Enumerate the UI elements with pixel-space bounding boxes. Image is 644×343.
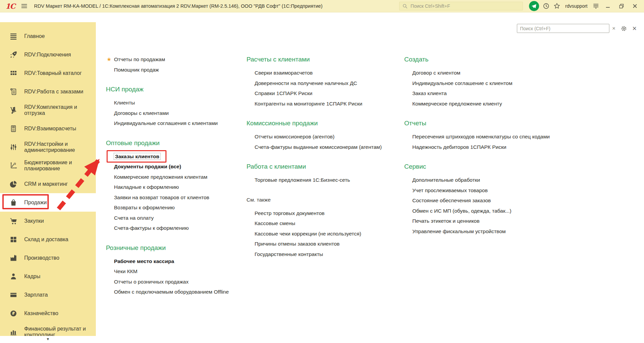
menu-item[interactable]: Договоры с клиентами xyxy=(106,108,247,119)
menu-item[interactable]: Пересечения штрихкодов номенклатуры со с… xyxy=(404,132,579,142)
menu-item[interactable]: Индивидуальные соглашения с клиентами xyxy=(106,118,247,129)
menu-item[interactable]: Помощник продаж xyxy=(106,65,247,75)
sidebar-top-gap xyxy=(0,12,96,22)
menu-item[interactable]: Контрагенты на мониторинге 1СПАРК Риски xyxy=(247,99,401,109)
menu-item[interactable]: Обмен с ИС МП (обувь, одежда, табак...) xyxy=(404,206,579,216)
menu-item-label: Доверенности на получение наличных ДС xyxy=(255,80,357,86)
sidebar: ГлавноеRDV:ПодключенияRDV:Товарный катал… xyxy=(0,12,96,343)
menu-item[interactable]: Надежность дебиторов 1СПАРК Риски xyxy=(404,142,579,153)
menu-item[interactable]: Торговые предложения 1С:Бизнес-сеть xyxy=(247,175,401,185)
sidebar-item[interactable]: Финансовый результат и контроллинг xyxy=(0,323,96,336)
sidebar-item-label: RDV:Настройки и администрирование xyxy=(24,141,92,153)
sidebar-item[interactable]: RDV:Комплектация и отгрузка xyxy=(0,101,96,119)
menu-column: Расчеты с клиентамиСверки взаиморасчетов… xyxy=(247,50,401,259)
sidebar-item-label: Зарплата xyxy=(24,292,48,298)
menu-item[interactable]: Доверенности на получение наличных ДС xyxy=(247,78,401,89)
sidebar-item[interactable]: Закупки xyxy=(0,212,96,230)
close-button[interactable] xyxy=(630,2,640,10)
sidebar-item[interactable]: Продажи xyxy=(0,193,96,212)
menu-item-label: Состояние обеспечения заказов xyxy=(412,198,491,203)
menu-item[interactable]: Накладные к оформлению xyxy=(106,182,247,192)
menu-item-label: Заказы клиентов xyxy=(114,153,160,160)
menu-item[interactable]: Чеки ККМ xyxy=(106,266,247,277)
menu-item[interactable]: Счета-фактуры выданные комиссионерам (аг… xyxy=(247,142,401,153)
menu-item[interactable]: Документы продажи (все) xyxy=(106,162,247,172)
menu-item-label: Договоры с клиентами xyxy=(114,110,169,116)
menu-item-label: Кассовые смены xyxy=(255,220,295,226)
global-search-input[interactable] xyxy=(410,3,520,9)
minimize-button[interactable] xyxy=(603,2,613,10)
sidebar-sections: ГлавноеRDV:ПодключенияRDV:Товарный катал… xyxy=(0,22,96,336)
main-menu-icon[interactable] xyxy=(21,2,28,10)
menu-item[interactable]: Заявки на возврат товаров от клиентов xyxy=(106,192,247,203)
favorites-star-icon[interactable] xyxy=(553,2,561,10)
menu-item[interactable]: Учет прослеживаемых товаров xyxy=(404,185,579,196)
menu-item[interactable]: Отчеты комиссионеров (агентов) xyxy=(247,132,401,142)
panel-controls: × × xyxy=(517,24,637,33)
sidebar-item[interactable]: Склад и доставка xyxy=(0,230,96,249)
sidebar-item[interactable]: RDV:Подключения xyxy=(0,45,96,64)
plan-chart-icon: ₽ xyxy=(9,162,17,170)
sidebar-item[interactable]: RDV:Товарный каталог xyxy=(0,64,96,82)
warehouse-icon xyxy=(9,235,17,244)
sidebar-item[interactable]: ₽Казначейство xyxy=(0,304,96,323)
menu-item[interactable]: Реестр торговых документов xyxy=(247,208,401,219)
menu-item-label: Коммерческие предложения клиентам xyxy=(114,174,207,180)
menu-item-label: Помощник продаж xyxy=(114,67,159,73)
menu-item[interactable]: Управление фискальным устройством xyxy=(404,226,579,237)
sidebar-scroll-down[interactable]: ▼ xyxy=(0,336,96,343)
global-search[interactable] xyxy=(399,2,523,10)
menu-item[interactable]: Рабочее место кассира xyxy=(106,256,247,267)
svg-text:₽: ₽ xyxy=(12,311,15,315)
menu-item-label: Пересечения штрихкодов номенклатуры со с… xyxy=(412,134,550,139)
menu-item[interactable]: Индивидуальное соглашение с клиентом xyxy=(404,78,579,89)
panel-close-icon[interactable]: × xyxy=(632,25,637,32)
sidebar-item[interactable]: CRM и маркетинг xyxy=(0,175,96,193)
menu-item[interactable]: Состояние обеспечения заказов xyxy=(404,196,579,206)
menu-item[interactable]: Заказ клиента xyxy=(404,88,579,99)
menu-item[interactable]: Заказы клиентов xyxy=(106,152,247,162)
factory-icon xyxy=(9,254,17,262)
menu-item[interactable]: Возвраты к оформлению xyxy=(106,203,247,213)
clear-search-icon[interactable]: × xyxy=(612,26,615,31)
service-menu-icon[interactable] xyxy=(592,2,600,10)
menu-item[interactable]: Государственные контракты xyxy=(247,249,401,260)
panel-search-input[interactable] xyxy=(517,24,609,33)
history-icon[interactable] xyxy=(542,2,550,10)
menu-item[interactable]: Обмен с подключаемым оборудованием Offli… xyxy=(106,287,247,297)
menu-item[interactable]: Договор с клиентом xyxy=(404,68,579,78)
restore-button[interactable] xyxy=(616,2,627,10)
gear-icon[interactable] xyxy=(620,25,628,32)
menu-item[interactable]: Дополнительные обработки xyxy=(404,175,579,185)
menu-item[interactable]: Кассовые чеки коррекции (не используется… xyxy=(247,229,401,239)
sidebar-item[interactable]: Главное xyxy=(0,27,96,45)
sidebar-item[interactable]: RDV:Работа с заказами xyxy=(0,82,96,101)
menu-item[interactable]: Справки 1СПАРК Риски xyxy=(247,88,401,99)
menu-item[interactable]: Счета на оплату xyxy=(106,213,247,223)
menu-item[interactable]: Причины отмены заказов клиентов xyxy=(247,239,401,249)
menu-item-label: Учет прослеживаемых товаров xyxy=(412,187,488,193)
menu-item[interactable]: ★Отчеты по продажам xyxy=(106,54,247,65)
sidebar-item-label: Склад и доставка xyxy=(24,237,68,243)
menu-item[interactable]: Коммерческие предложения клиентам xyxy=(106,172,247,182)
sidebar-item[interactable]: Кадры xyxy=(0,267,96,286)
sidebar-item-label: Бюджетирование и планирование xyxy=(24,160,92,172)
menu-item[interactable]: Отчеты о розничных продажах xyxy=(106,277,247,287)
menu-item[interactable]: Счета-фактуры к оформлению xyxy=(106,223,247,233)
menu-item[interactable]: Печать этикеток и ценников xyxy=(404,216,579,226)
menu-item-label: Договор с клиентом xyxy=(412,70,460,76)
sidebar-item[interactable]: Зарплата xyxy=(0,286,96,304)
user-name[interactable]: rdvsupport xyxy=(565,3,588,9)
telegram-icon[interactable] xyxy=(529,1,539,11)
sidebar-item[interactable]: ₽Бюджетирование и планирование xyxy=(0,156,96,175)
cart-icon xyxy=(9,217,17,225)
sidebar-item-label: RDV:Подключения xyxy=(24,52,71,58)
menu-item[interactable]: Сверки взаиморасчетов xyxy=(247,68,401,78)
sidebar-item[interactable]: Производство xyxy=(0,249,96,267)
sidebar-item[interactable]: RDV:Взаиморасчеты xyxy=(0,119,96,138)
sidebar-item-label: RDV:Товарный каталог xyxy=(24,70,82,76)
menu-item[interactable]: Коммерческое предложение клиенту xyxy=(404,99,579,109)
sidebar-item[interactable]: RDV:Настройки и администрирование xyxy=(0,138,96,156)
menu-item[interactable]: Клиенты xyxy=(106,98,247,108)
menu-item[interactable]: Кассовые смены xyxy=(247,218,401,229)
